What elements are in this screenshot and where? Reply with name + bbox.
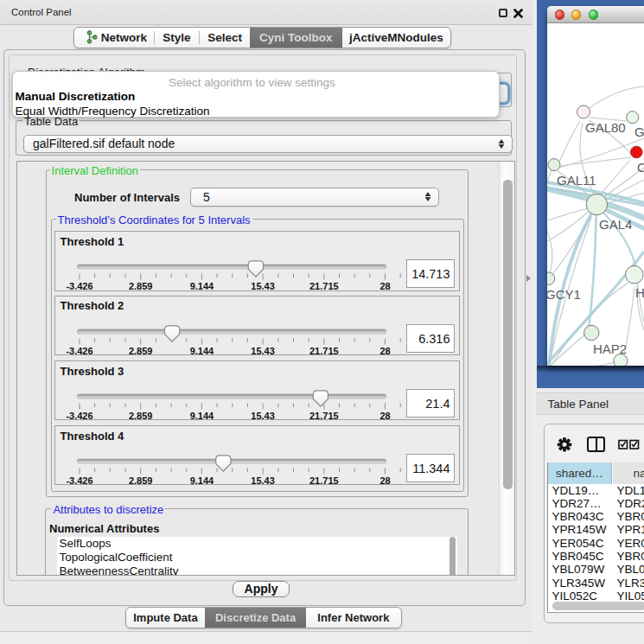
svg-text:GCY1: GCY1 xyxy=(547,287,581,302)
svg-text:GAL11: GAL11 xyxy=(557,173,596,188)
svg-text:15.43: 15.43 xyxy=(251,475,275,486)
svg-text:GAL80: GAL80 xyxy=(585,120,626,135)
svg-text:2.859: 2.859 xyxy=(129,345,153,355)
svg-text:21.715: 21.715 xyxy=(309,345,339,355)
svg-text:-3.426: -3.426 xyxy=(66,475,92,486)
svg-text:-3.426: -3.426 xyxy=(66,281,92,291)
svg-text:9.144: 9.144 xyxy=(189,475,214,486)
svg-text:28: 28 xyxy=(379,411,390,421)
svg-text:HAP2: HAP2 xyxy=(593,341,627,356)
svg-text:15.43: 15.43 xyxy=(251,281,275,291)
svg-text:21.715: 21.715 xyxy=(309,281,339,291)
svg-text:9.144: 9.144 xyxy=(189,411,214,421)
svg-text:2.859: 2.859 xyxy=(129,475,153,486)
svg-text:28: 28 xyxy=(379,345,390,355)
svg-text:9.144: 9.144 xyxy=(189,281,214,291)
svg-text:21.715: 21.715 xyxy=(309,475,339,486)
svg-text:GAL4: GAL4 xyxy=(599,217,632,232)
svg-text:-3.426: -3.426 xyxy=(66,411,92,421)
svg-text:-3.426: -3.426 xyxy=(66,345,92,355)
svg-text:9.144: 9.144 xyxy=(189,345,214,355)
svg-text:28: 28 xyxy=(379,281,390,291)
svg-text:GA: GA xyxy=(634,124,644,139)
svg-text:28: 28 xyxy=(379,475,390,486)
svg-text:2.859: 2.859 xyxy=(129,411,153,421)
svg-text:H: H xyxy=(635,285,644,300)
svg-text:21.715: 21.715 xyxy=(309,411,339,421)
svg-text:C: C xyxy=(637,160,644,175)
svg-text:15.43: 15.43 xyxy=(251,345,275,355)
svg-text:15.43: 15.43 xyxy=(251,411,275,421)
svg-text:2.859: 2.859 xyxy=(129,281,153,291)
